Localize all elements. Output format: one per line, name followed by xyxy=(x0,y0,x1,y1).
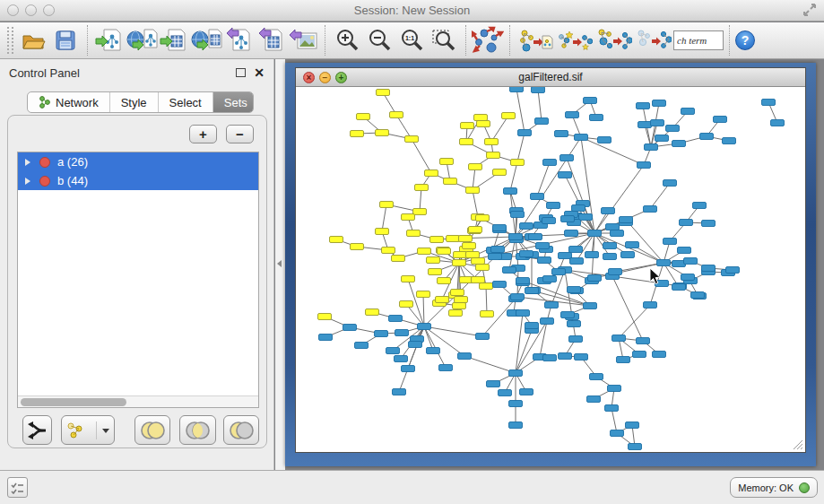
set-fade-button[interactable] xyxy=(634,24,673,56)
tab-label: Select xyxy=(169,96,202,109)
minimize-window-icon[interactable] xyxy=(25,4,37,16)
zoom-actual-size-button[interactable]: 1:1 xyxy=(395,24,428,56)
expand-triangle-icon[interactable] xyxy=(25,159,30,166)
save-session-button[interactable] xyxy=(49,24,82,56)
window-titlebar: Session: New Session xyxy=(0,0,824,22)
set-color-dot-icon xyxy=(39,157,50,168)
help-button[interactable]: ? xyxy=(735,30,755,50)
maximize-window-icon[interactable] xyxy=(43,4,55,16)
set-label: b (44) xyxy=(57,174,88,187)
zoom-in-icon xyxy=(334,27,360,54)
horizontal-scrollbar[interactable] xyxy=(18,395,258,407)
minimize-network-icon[interactable]: − xyxy=(319,72,331,83)
export-network-icon xyxy=(224,27,253,54)
tab-label: Style xyxy=(121,96,147,109)
network-window-frame[interactable]: × − + galFiltered.sif xyxy=(285,63,816,466)
help-icon: ? xyxy=(742,33,750,48)
import-table-web-button[interactable] xyxy=(190,24,222,56)
set-row-a[interactable]: a (26) xyxy=(18,152,258,171)
open-session-button[interactable] xyxy=(17,24,49,56)
open-folder-icon xyxy=(20,27,47,54)
status-bar: Memory: OK xyxy=(0,470,824,504)
toolbar-separator xyxy=(325,25,325,56)
network-window-titlebar[interactable]: × − + galFiltered.sif xyxy=(296,68,805,87)
import-network-web-icon xyxy=(126,27,158,54)
set-copy-button[interactable] xyxy=(594,24,634,56)
import-table-file-button[interactable] xyxy=(158,24,190,56)
task-history-button[interactable] xyxy=(7,477,28,498)
create-set-from-network-button[interactable] xyxy=(61,415,115,445)
memory-label: Memory: OK xyxy=(738,482,794,493)
set-fade-icon xyxy=(636,26,672,55)
toolbar-separator xyxy=(465,25,466,56)
set-copy-icon xyxy=(596,26,632,55)
export-table-button[interactable] xyxy=(255,24,287,56)
chevron-down-icon xyxy=(101,427,110,434)
sets-list[interactable]: a (26) b (44) xyxy=(17,152,259,408)
set-color-dot-icon xyxy=(39,176,50,187)
zoom-out-button[interactable] xyxy=(363,24,395,56)
fullscreen-icon[interactable] xyxy=(802,3,817,17)
close-window-icon[interactable] xyxy=(7,4,19,16)
control-panel-header: Control Panel ✕ xyxy=(0,59,273,86)
close-panel-icon[interactable]: ✕ xyxy=(254,68,265,77)
close-network-icon[interactable]: × xyxy=(303,72,315,83)
search-input[interactable] xyxy=(673,30,724,50)
set-export-button[interactable] xyxy=(516,24,555,56)
scrollbar-thumb[interactable] xyxy=(21,398,126,406)
network-window-title: galFiltered.sif xyxy=(518,71,582,83)
checklist-icon xyxy=(11,482,24,494)
collapse-panel-icon[interactable] xyxy=(277,260,282,267)
panel-splitter[interactable] xyxy=(275,59,285,470)
set-row-b[interactable]: b (44) xyxy=(18,171,258,190)
export-image-icon xyxy=(288,27,318,54)
export-table-icon xyxy=(256,27,285,54)
venn-intersection-icon xyxy=(183,420,212,441)
expand-triangle-icon[interactable] xyxy=(25,178,30,185)
remove-set-button[interactable]: − xyxy=(226,125,254,143)
set-difference-button[interactable] xyxy=(223,415,259,445)
set-union-button[interactable] xyxy=(134,415,170,445)
set-star-icon xyxy=(557,26,593,55)
export-image-button[interactable] xyxy=(287,24,319,56)
zoom-in-button[interactable] xyxy=(331,24,363,56)
apply-layout-button[interactable] xyxy=(472,24,504,56)
zoom-out-icon xyxy=(366,27,393,54)
network-canvas[interactable] xyxy=(296,87,805,452)
svg-text:1:1: 1:1 xyxy=(405,35,414,41)
toolbar-separator xyxy=(729,25,730,56)
window-title: Session: New Session xyxy=(0,4,824,17)
tab-style[interactable]: Style xyxy=(110,92,159,112)
network-graph[interactable] xyxy=(296,87,805,452)
main-toolbar: 1:1 xyxy=(0,22,824,59)
import-network-file-button[interactable] xyxy=(93,24,126,56)
zoom-fit-selected-icon xyxy=(430,27,457,54)
zoom-actual-size-icon: 1:1 xyxy=(398,27,425,54)
zoom-fit-selected-button[interactable] xyxy=(428,24,460,56)
float-panel-icon[interactable] xyxy=(236,68,246,77)
import-network-web-button[interactable] xyxy=(126,24,158,56)
export-network-button[interactable] xyxy=(222,24,255,56)
tab-select[interactable]: Select xyxy=(159,92,213,112)
import-table-file-icon xyxy=(160,27,188,54)
split-sets-button[interactable] xyxy=(22,415,52,445)
tab-sets[interactable]: Sets xyxy=(213,92,254,112)
tab-network[interactable]: Network xyxy=(28,92,110,112)
maximize-network-icon[interactable]: + xyxy=(335,72,347,83)
set-star-button[interactable] xyxy=(555,24,594,56)
memory-status-button[interactable]: Memory: OK xyxy=(730,477,818,498)
resize-grip-icon[interactable] xyxy=(791,438,803,450)
split-arrows-icon xyxy=(26,421,48,440)
import-table-web-icon xyxy=(190,27,222,54)
tab-label: Sets xyxy=(224,96,247,109)
add-set-button[interactable]: + xyxy=(189,125,217,143)
control-panel: Control Panel ✕ Network Style Select Set… xyxy=(0,59,274,470)
toolbar-grip[interactable] xyxy=(7,27,13,54)
venn-difference-icon xyxy=(227,420,256,441)
toolbar-separator xyxy=(509,25,510,56)
network-tab-icon xyxy=(39,95,51,109)
mouse-cursor-icon xyxy=(649,267,662,285)
set-label: a (26) xyxy=(57,155,88,169)
import-network-file-icon xyxy=(95,27,124,54)
set-intersection-button[interactable] xyxy=(179,415,215,445)
